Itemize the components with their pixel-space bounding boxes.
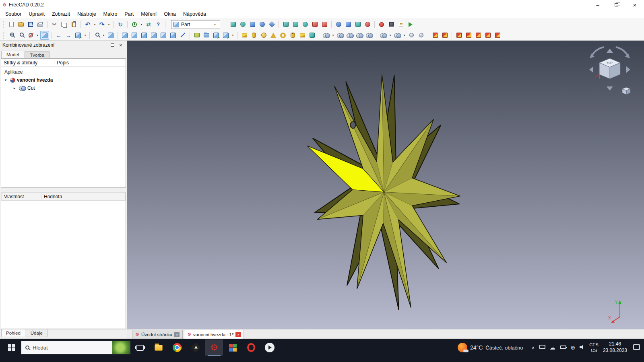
part-cone-button[interactable] [269, 31, 278, 40]
close-button[interactable]: × [625, 0, 644, 10]
taskbar-clock[interactable]: 21:46 23.08.2023 [603, 341, 627, 354]
tilt-down-arrow-icon[interactable] [607, 86, 613, 90]
measure-refresh-button[interactable] [454, 31, 463, 40]
check-geometry-button[interactable] [407, 31, 416, 40]
redo-dropdown[interactable]: ▾ [107, 20, 111, 29]
3d-canvas[interactable] [127, 41, 644, 329]
compound-dropdown[interactable]: ▾ [331, 31, 335, 40]
make-sub-link-button[interactable] [221, 31, 230, 40]
panel-float-button[interactable] [109, 42, 116, 48]
whats-this-button[interactable]: ? [154, 20, 163, 29]
tilt-up-arrow-icon[interactable] [607, 49, 613, 53]
menu-nastroje[interactable]: Nástroje [74, 10, 100, 18]
mirror-button[interactable] [248, 20, 257, 29]
view-rear-button[interactable] [149, 31, 158, 40]
compound-tools-button[interactable] [322, 31, 330, 40]
menu-soubor[interactable]: Soubor [2, 10, 25, 18]
new-document-button[interactable] [7, 20, 16, 29]
paste-button[interactable] [69, 20, 78, 29]
create-group-button[interactable] [202, 31, 211, 40]
mini-cube-icon[interactable] [622, 87, 630, 95]
view-left-button[interactable] [169, 31, 178, 40]
part-sphere-button[interactable] [259, 31, 268, 40]
colored-tiles-app-button[interactable] [224, 339, 242, 356]
draw-style-dropdown[interactable]: ▾ [36, 31, 39, 40]
chamfer-button[interactable] [267, 20, 276, 29]
join-objects-button[interactable] [379, 31, 388, 40]
fit-selection-button[interactable] [17, 31, 25, 40]
chrome-app-button[interactable] [168, 339, 186, 356]
tray-onedrive-button[interactable]: ☁ [550, 345, 555, 351]
tab-start-page[interactable]: ⚙ Úvodní stránka × [132, 330, 183, 339]
view-top-button[interactable] [130, 31, 139, 40]
measure-toggle-all-button[interactable] [474, 31, 483, 40]
record-macro-button[interactable] [377, 20, 386, 29]
loft-button[interactable] [291, 20, 300, 29]
macros-dialog-button[interactable] [396, 20, 405, 29]
macro-stopwatch-button[interactable] [130, 20, 139, 29]
menu-part[interactable]: Part [121, 10, 137, 18]
taskbar-search-input[interactable]: Hledat [21, 341, 130, 354]
freecad-app-button[interactable]: ⚙ [205, 339, 223, 356]
cut-button[interactable]: ✂ [50, 20, 59, 29]
close-document-tab-button[interactable]: × [235, 332, 241, 337]
undo-button[interactable]: ↶ [83, 20, 92, 29]
nav-forward-button[interactable]: → [64, 31, 73, 40]
make-link-button[interactable] [212, 31, 221, 40]
zoom-button[interactable] [92, 31, 101, 40]
expander-open-icon[interactable]: ▾ [3, 78, 8, 82]
panel-close-button[interactable]: × [117, 42, 124, 48]
measure-clear-all-button[interactable] [464, 31, 473, 40]
part-torus-button[interactable] [279, 31, 287, 40]
measure-toggle-delta-button[interactable] [493, 31, 502, 40]
expander-closed-icon[interactable]: ▸ [12, 86, 17, 90]
opera-app-button[interactable] [242, 339, 260, 356]
tray-network-button[interactable]: ⊕ [571, 345, 576, 351]
menu-okna[interactable]: Okna [160, 10, 180, 18]
extrude-button[interactable] [229, 20, 237, 29]
nav-back-button[interactable]: ← [54, 31, 63, 40]
navigation-cube[interactable]: TOP [586, 44, 634, 97]
zoom-dropdown[interactable]: ▾ [102, 31, 105, 40]
rotate-left-arrow-icon[interactable] [589, 66, 593, 73]
selection-view-button[interactable] [40, 31, 49, 40]
tray-battery-button[interactable] [560, 345, 566, 350]
measure-distance-button[interactable] [178, 31, 187, 40]
rotate-right-arrow-icon[interactable] [626, 66, 630, 73]
thickness-button[interactable] [344, 20, 353, 29]
linked-view-dropdown[interactable]: ▾ [83, 31, 87, 40]
linked-view-button[interactable] [74, 31, 83, 40]
menu-napoveda[interactable]: Nápověda [180, 10, 210, 18]
measure-toggle-3d-button[interactable] [483, 31, 492, 40]
print-button[interactable] [36, 20, 45, 29]
task-view-button[interactable] [131, 339, 149, 356]
tree-item-application[interactable]: Aplikace [1, 68, 126, 76]
undo-dropdown[interactable]: ▾ [93, 20, 97, 29]
action-center-button[interactable] [632, 344, 640, 351]
rotate-cw-arc-icon[interactable] [616, 47, 628, 56]
split-objects-button[interactable] [393, 31, 402, 40]
open-document-button[interactable] [17, 20, 25, 29]
menu-makro[interactable]: Makro [100, 10, 121, 18]
tab-udaje[interactable]: Údaje [26, 329, 47, 337]
save-document-button[interactable] [26, 20, 35, 29]
tree-item-cut[interactable]: ▸ Cut [1, 84, 126, 92]
tab-tvorba[interactable]: Tvorba [25, 51, 50, 58]
tab-pohled[interactable]: Pohled [1, 329, 25, 337]
3d-viewport[interactable]: TOP Y X [127, 41, 644, 329]
create-part-button[interactable] [192, 31, 201, 40]
update-document-button[interactable]: ⇄ [144, 20, 153, 29]
fillet-button[interactable] [258, 20, 266, 29]
cross-sections-button[interactable] [320, 20, 329, 29]
file-explorer-app-button[interactable] [150, 339, 167, 356]
ruled-surface-button[interactable] [281, 20, 290, 29]
create-primitives-button[interactable] [298, 31, 307, 40]
part-union-button[interactable] [355, 31, 364, 40]
restore-button[interactable] [607, 0, 625, 10]
workbench-selector[interactable]: Part ▾ [171, 20, 220, 29]
minimize-button[interactable]: – [588, 0, 607, 10]
language-indicator[interactable]: CES CS [589, 342, 599, 354]
make-sub-link-dropdown[interactable]: ▾ [231, 31, 235, 40]
part-common-button[interactable] [365, 31, 374, 40]
media-player-app-button[interactable] [261, 339, 279, 356]
